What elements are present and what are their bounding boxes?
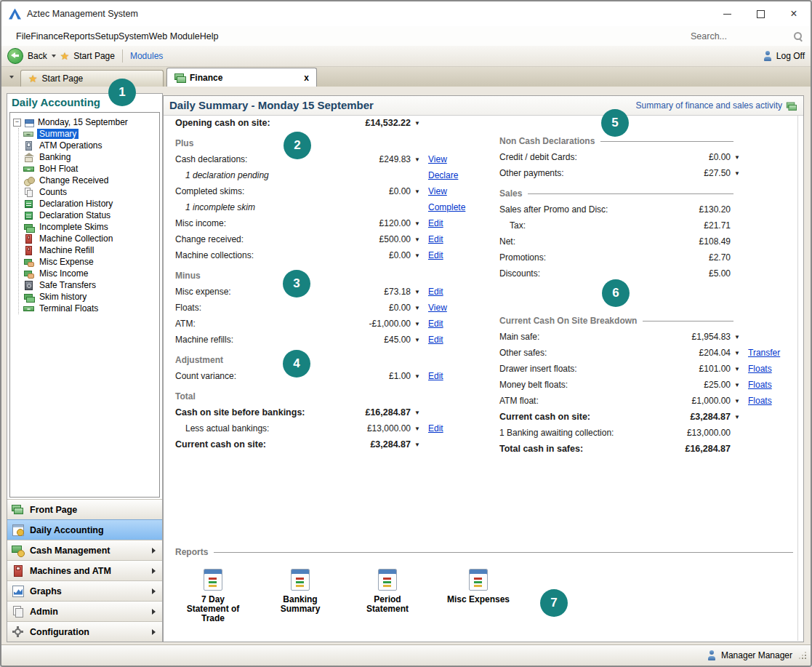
menu-item[interactable]: Finance (31, 31, 63, 41)
row-link[interactable]: Declare (424, 170, 469, 180)
tree-item[interactable]: Declaration Status (23, 209, 158, 221)
tab-start-page[interactable]: ★ Start Page (20, 70, 164, 87)
dropdown-arrow-icon[interactable] (731, 225, 744, 226)
row-link[interactable]: Edit (424, 234, 469, 244)
tree-item[interactable]: Misc Income (23, 268, 158, 279)
toolbar-module-icon[interactable] (167, 49, 180, 63)
toolbar-module-icon[interactable] (237, 49, 250, 63)
row-link[interactable]: View (424, 186, 469, 196)
tree-item[interactable]: Incomplete Skims (23, 221, 158, 233)
tree-item[interactable]: Counts (23, 186, 158, 198)
row-link[interactable]: Edit (424, 287, 469, 297)
toolbar-module-icon[interactable] (202, 49, 215, 63)
dropdown-arrow-icon[interactable]: ▼ (411, 441, 424, 448)
dropdown-arrow-icon[interactable] (731, 209, 744, 210)
dropdown-arrow-icon[interactable]: ▼ (411, 252, 424, 259)
tree-item[interactable]: Machine Refill (23, 244, 158, 256)
toolbar-module-icon[interactable] (220, 49, 233, 63)
menu-item[interactable]: System (118, 31, 149, 41)
dropdown-arrow-icon[interactable]: ▼ (411, 236, 424, 243)
toolbar-module-icon[interactable] (185, 49, 198, 63)
tree-item[interactable]: Skim history (23, 291, 158, 303)
row-link[interactable]: Edit (424, 218, 469, 228)
tree-expander-icon[interactable] (13, 119, 21, 127)
row-link[interactable]: Floats (744, 364, 789, 374)
tree-item[interactable]: Misc Expense (23, 256, 158, 268)
menu-item[interactable]: Reports (63, 31, 95, 41)
start-page-button[interactable]: Start Page (73, 51, 115, 61)
dropdown-arrow-icon[interactable]: ▼ (411, 409, 424, 416)
menu-item[interactable]: Setup (95, 31, 118, 41)
sidebar-nav-item[interactable]: Front Page (7, 499, 162, 519)
dropdown-arrow-icon[interactable]: ▼ (731, 333, 744, 340)
sidebar-nav-item[interactable]: Cash Management (7, 540, 162, 560)
tree-item[interactable]: Terminal Floats (23, 303, 158, 314)
dropdown-arrow-icon[interactable]: ▼ (411, 156, 424, 163)
sidebar-nav-item[interactable]: Configuration (7, 621, 162, 642)
dropdown-arrow-icon[interactable]: ▼ (411, 336, 424, 343)
dropdown-arrow-icon[interactable] (731, 241, 744, 242)
tree-item[interactable]: Change Received (23, 175, 158, 186)
logoff-button[interactable]: Log Off (763, 51, 805, 61)
tree-root[interactable]: Monday, 15 September (13, 116, 158, 128)
tree-item[interactable]: Machine Collection (23, 233, 158, 244)
sidebar-nav-item[interactable]: Daily Accounting (7, 519, 162, 540)
row-link[interactable]: Edit (424, 371, 469, 381)
dropdown-arrow-icon[interactable]: ▼ (731, 349, 744, 356)
modules-button[interactable]: Modules (130, 51, 163, 61)
dropdown-arrow-icon[interactable]: ▼ (411, 119, 424, 127)
search-icon[interactable] (792, 31, 803, 41)
menu-item[interactable]: Web Module (149, 31, 200, 41)
dropdown-arrow-icon[interactable]: ▼ (731, 153, 744, 161)
dropdown-arrow-icon[interactable]: ▼ (411, 372, 424, 380)
sidebar-nav-item[interactable]: Admin (7, 601, 162, 621)
sidebar-nav-item[interactable]: Graphs (7, 580, 162, 601)
back-button[interactable]: Back (28, 51, 47, 61)
toolbar-module-icon[interactable] (254, 49, 268, 63)
search-box[interactable] (689, 31, 803, 42)
maximize-button[interactable] (744, 1, 777, 26)
row-link[interactable]: Transfer (744, 348, 789, 358)
back-dropdown-icon[interactable] (52, 55, 56, 57)
report-item[interactable]: 7 Day Statement of Trade (169, 567, 257, 623)
tab-close-icon[interactable]: x (304, 73, 309, 83)
tree-item[interactable]: Safe Transfers (23, 279, 158, 291)
dropdown-arrow-icon[interactable]: ▼ (411, 288, 424, 295)
row-link[interactable]: Edit (424, 250, 469, 260)
menu-item[interactable]: File (16, 31, 31, 41)
dropdown-arrow-icon[interactable] (411, 207, 424, 208)
dropdown-arrow-icon[interactable]: ▼ (411, 220, 424, 227)
dropdown-arrow-icon[interactable]: ▼ (411, 425, 424, 432)
report-item[interactable]: Misc Expenses (435, 567, 522, 604)
close-button[interactable]: × (777, 1, 811, 26)
tab-list-dropdown[interactable] (6, 70, 17, 84)
report-item[interactable]: Banking Summary (257, 567, 344, 614)
dropdown-arrow-icon[interactable] (731, 433, 744, 434)
dropdown-arrow-icon[interactable]: ▼ (731, 381, 744, 388)
row-link[interactable]: Floats (744, 396, 789, 406)
search-input[interactable] (689, 31, 787, 42)
sidebar-nav-item[interactable]: Machines and ATM (7, 560, 162, 580)
menu-item[interactable]: Help (200, 31, 219, 41)
report-item[interactable]: Period Statement (344, 567, 431, 614)
tree-item[interactable]: ATM Operations (23, 140, 158, 151)
resize-grip[interactable] (800, 652, 806, 659)
dropdown-arrow-icon[interactable]: ▼ (731, 169, 744, 177)
dropdown-arrow-icon[interactable]: ▼ (411, 320, 424, 327)
toolbar-module-icon[interactable] (272, 49, 285, 63)
row-link[interactable]: View (424, 154, 469, 164)
tree-item[interactable]: Declaration History (23, 198, 158, 209)
tab-finance[interactable]: Finance x (166, 68, 317, 87)
row-link[interactable]: Edit (424, 335, 469, 345)
dropdown-arrow-icon[interactable]: ▼ (411, 188, 424, 195)
dropdown-arrow-icon[interactable]: ▼ (731, 365, 744, 372)
dropdown-arrow-icon[interactable] (731, 273, 744, 274)
row-link[interactable]: Complete (424, 202, 469, 212)
tree-item[interactable]: BoH Float (23, 163, 158, 175)
tree-item[interactable]: Summary (23, 128, 158, 140)
row-link[interactable]: Floats (744, 380, 789, 390)
dropdown-arrow-icon[interactable]: ▼ (411, 304, 424, 311)
back-icon[interactable] (7, 48, 23, 64)
dropdown-arrow-icon[interactable] (411, 175, 424, 176)
row-link[interactable]: Edit (424, 423, 469, 434)
